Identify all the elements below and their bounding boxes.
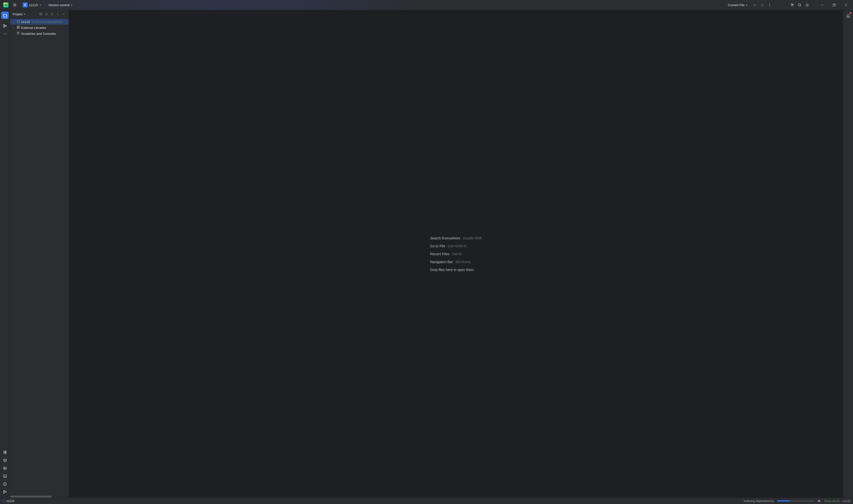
svg-point-12 — [769, 6, 770, 6]
svg-line-27 — [4, 26, 5, 27]
library-icon — [17, 25, 20, 30]
python-console-tool-button[interactable] — [1, 449, 8, 456]
debug-button[interactable] — [759, 1, 766, 8]
hint-recent-files[interactable]: Recent Files Ctrl+E — [430, 252, 481, 256]
show-all-tasks-link[interactable]: Show all (2) — [824, 499, 840, 503]
hint-go-to-file[interactable]: Go to File Ctrl+Shift+N — [430, 244, 481, 248]
folder-icon — [17, 19, 20, 24]
terminal-tool-button[interactable] — [1, 472, 8, 480]
chevron-right-icon[interactable]: › — [12, 20, 16, 23]
tree-scratches-node[interactable]: › Scratches and Consoles — [10, 31, 69, 37]
interpreter-selector[interactable]: cs110 — [842, 499, 851, 503]
scratches-icon — [17, 31, 20, 36]
project-panel-title: Project — [13, 12, 22, 16]
chevron-right-icon[interactable]: › — [12, 26, 16, 29]
svg-rect-57 — [818, 500, 819, 502]
svg-rect-33 — [3, 475, 6, 478]
project-view-selector[interactable]: Project ▾ — [13, 12, 25, 16]
status-task-label[interactable]: Indexing dependencies — [744, 499, 774, 503]
chevron-down-icon: ▾ — [40, 4, 41, 6]
chevron-down-icon: ▾ — [24, 13, 25, 16]
structure-tool-button[interactable] — [1, 22, 8, 30]
problems-tool-button[interactable] — [1, 480, 8, 488]
svg-marker-3 — [754, 4, 756, 6]
svg-point-56 — [19, 32, 20, 33]
python-packages-tool-button[interactable] — [1, 456, 8, 464]
project-selector[interactable]: C cs110 ▾ — [21, 1, 43, 8]
project-panel-header: Project ▾ — [10, 10, 69, 18]
editor-empty-state[interactable]: Search Everywhere Double Shift Go to Fil… — [69, 10, 843, 498]
svg-rect-20 — [833, 4, 835, 6]
svg-point-16 — [798, 4, 801, 6]
svg-point-37 — [3, 490, 4, 491]
tree-root-path: C:\Users\maxcg\Docu — [32, 20, 63, 24]
tree-root-node[interactable]: › cs110 C:\Users\maxcg\Docu — [10, 19, 69, 25]
horizontal-scrollbar[interactable] — [10, 496, 69, 498]
svg-rect-51 — [19, 26, 19, 29]
project-name: cs110 — [29, 3, 38, 7]
svg-point-38 — [3, 492, 4, 493]
tree-root-name: cs110 — [21, 20, 30, 24]
project-tool-button[interactable] — [1, 12, 8, 19]
pause-indexing-button[interactable] — [817, 499, 821, 503]
scrollbar-thumb[interactable] — [10, 496, 52, 498]
expand-all-button[interactable] — [44, 11, 49, 17]
svg-rect-50 — [18, 26, 19, 29]
window-close-button[interactable] — [840, 0, 852, 10]
svg-point-28 — [3, 34, 4, 34]
svg-line-21 — [845, 4, 847, 6]
select-opened-file-button[interactable] — [38, 11, 43, 17]
status-breadcrumb[interactable]: cs110 — [2, 499, 14, 503]
notifications-button[interactable] — [845, 12, 852, 19]
code-with-me-button[interactable] — [789, 1, 796, 8]
svg-marker-32 — [4, 468, 6, 469]
svg-rect-49 — [17, 26, 18, 29]
notification-indicator-dot — [850, 12, 852, 14]
svg-point-4 — [761, 4, 763, 6]
svg-point-13 — [792, 4, 793, 5]
tree-scratches-label: Scratches and Consoles — [21, 32, 56, 36]
tree-external-libraries-node[interactable]: › External Libraries — [10, 25, 69, 31]
search-everywhere-button[interactable] — [796, 1, 803, 8]
svg-rect-52 — [17, 32, 19, 34]
run-configuration-selector[interactable]: Current File ▾ — [726, 2, 749, 8]
svg-line-26 — [4, 25, 5, 26]
version-control-label: Version control — [48, 3, 70, 7]
window-minimize-button[interactable] — [816, 0, 828, 10]
more-actions-button[interactable] — [766, 1, 773, 8]
status-bar: cs110 Indexing dependencies Show all (2)… — [0, 498, 853, 504]
run-button[interactable] — [751, 1, 758, 8]
right-tool-rail — [843, 10, 853, 498]
svg-point-30 — [6, 34, 6, 34]
svg-point-39 — [5, 491, 6, 492]
services-tool-button[interactable] — [1, 465, 8, 472]
hint-drop-files: Drop files here to open them — [430, 268, 481, 272]
hide-panel-button[interactable] — [61, 11, 66, 17]
svg-rect-23 — [3, 24, 4, 25]
window-maximize-button[interactable] — [828, 0, 840, 10]
indexing-progress-bar[interactable] — [777, 500, 814, 502]
svg-point-47 — [57, 15, 58, 15]
status-breadcrumb-label: cs110 — [6, 499, 14, 503]
chevron-down-icon: ▾ — [746, 4, 747, 6]
project-tree[interactable]: › cs110 C:\Users\maxcg\Docu › External L… — [10, 18, 69, 496]
collapse-all-button[interactable] — [49, 11, 55, 17]
project-tool-window: Project ▾ — [10, 10, 69, 498]
svg-line-7 — [763, 4, 763, 5]
settings-button[interactable] — [804, 1, 811, 8]
svg-marker-31 — [3, 467, 6, 470]
svg-point-46 — [57, 14, 58, 14]
more-tool-windows-button[interactable] — [1, 30, 8, 37]
project-badge: C — [23, 2, 28, 7]
module-icon — [2, 500, 5, 502]
hint-search-everywhere[interactable]: Search Everywhere Double Shift — [430, 236, 481, 240]
title-bar: PC C cs110 ▾ Version control ▾ Current F… — [0, 0, 853, 10]
main-menu-button[interactable] — [11, 1, 18, 8]
panel-options-button[interactable] — [55, 11, 60, 17]
svg-point-29 — [5, 34, 5, 34]
hint-navigation-bar[interactable]: Navigation Bar Alt+Home — [430, 260, 481, 264]
svg-point-11 — [769, 5, 770, 5]
version-control-menu[interactable]: Version control ▾ — [47, 2, 74, 8]
svg-point-18 — [806, 4, 807, 5]
version-control-tool-button[interactable] — [1, 488, 8, 496]
